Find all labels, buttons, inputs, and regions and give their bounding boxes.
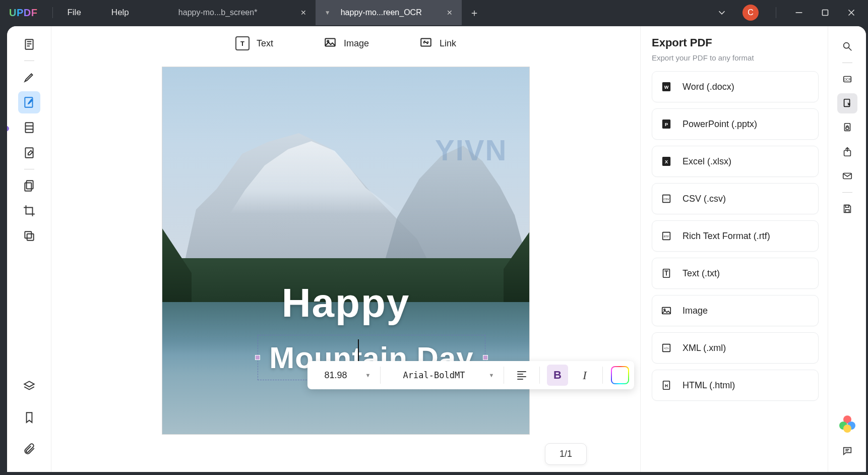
- edit-tool[interactable]: [18, 91, 40, 113]
- close-icon[interactable]: ✕: [300, 9, 306, 17]
- separator: [539, 367, 540, 384]
- user-avatar[interactable]: C: [742, 5, 759, 21]
- pages-icon: [23, 121, 36, 134]
- window-close[interactable]: [839, 0, 864, 25]
- dropdown-button[interactable]: [709, 0, 734, 25]
- export-icon: [842, 98, 853, 109]
- export-option-label: Text (.txt): [683, 268, 720, 279]
- font-size-input[interactable]: [313, 366, 359, 385]
- share-button[interactable]: [837, 142, 857, 162]
- compare-tool[interactable]: [18, 225, 40, 247]
- titlebar: UPDF File Help happy-mo...b_screen* ✕ ▼ …: [0, 0, 868, 25]
- crop-icon: [23, 204, 36, 217]
- separator: [24, 169, 34, 169]
- file-type-icon: </>: [660, 341, 672, 354]
- file-type-icon: H: [660, 379, 672, 392]
- close-icon[interactable]: ✕: [447, 9, 453, 17]
- comments-button[interactable]: [837, 441, 857, 461]
- export-option-label: HTML (.html): [683, 380, 735, 391]
- export-option[interactable]: XExcel (.xlsx): [652, 146, 819, 177]
- svg-text:W: W: [664, 85, 669, 90]
- link-mode-icon: [419, 36, 432, 51]
- file-type-icon: P: [660, 117, 672, 131]
- export-option[interactable]: PPowerPoint (.pptx): [652, 108, 819, 140]
- ocr-button[interactable]: OCR: [837, 69, 857, 89]
- resize-handle-right[interactable]: [483, 355, 488, 360]
- export-option[interactable]: CSVCSV (.csv): [652, 183, 819, 214]
- organize-tool[interactable]: [18, 116, 40, 139]
- page-icon: [23, 38, 36, 51]
- window-minimize[interactable]: [786, 0, 812, 25]
- paperclip-icon: [23, 442, 36, 455]
- watermark-text: YIVN: [435, 133, 507, 167]
- export-button[interactable]: [837, 93, 857, 113]
- svg-text:CSV: CSV: [663, 198, 669, 201]
- form-page-icon: [23, 146, 36, 159]
- font-family-input[interactable]: [386, 366, 482, 385]
- export-option[interactable]: Image: [652, 295, 819, 326]
- form-tool[interactable]: [18, 142, 40, 164]
- font-family-dropdown[interactable]: ▼: [484, 366, 499, 385]
- copy-pages-tool[interactable]: [18, 174, 40, 197]
- export-option-label: CSV (.csv): [683, 194, 726, 204]
- svg-rect-48: [845, 210, 849, 213]
- chevron-down-icon[interactable]: ▼: [325, 9, 331, 16]
- add-tab-button[interactable]: ＋: [462, 0, 487, 25]
- lock-page-icon: [842, 122, 853, 133]
- document-tab-inactive[interactable]: happy-mo...b_screen* ✕: [169, 0, 316, 25]
- annotate-tool[interactable]: [18, 66, 40, 88]
- mail-icon: [842, 170, 853, 182]
- page-canvas[interactable]: YIVN Happy Mountain Day: [51, 61, 640, 472]
- attachment-button[interactable]: [18, 438, 40, 460]
- window-maximize[interactable]: [813, 0, 838, 25]
- svg-rect-42: [844, 99, 849, 107]
- page-text-line1[interactable]: Happy: [282, 280, 410, 326]
- text-format-toolbar: ▼ ▼ B I: [307, 361, 634, 389]
- export-option[interactable]: HHTML (.html): [652, 370, 819, 401]
- left-tool-rail: [7, 26, 51, 472]
- svg-rect-18: [325, 38, 335, 46]
- separator: [842, 192, 852, 193]
- export-option[interactable]: RTFRich Text Format (.rtf): [652, 220, 819, 252]
- svg-text:P: P: [665, 122, 668, 127]
- email-button[interactable]: [837, 166, 857, 186]
- svg-point-38: [843, 43, 849, 48]
- mode-image[interactable]: Image: [324, 36, 369, 51]
- export-option-label: Image: [683, 306, 708, 316]
- reader-tool[interactable]: [18, 33, 40, 55]
- menu-help[interactable]: Help: [106, 5, 134, 21]
- export-option[interactable]: </>XML (.xml): [652, 332, 819, 364]
- file-type-icon: W: [660, 80, 672, 93]
- right-tool-rail: OCR: [828, 26, 866, 472]
- bookmark-button[interactable]: [18, 406, 40, 429]
- search-button[interactable]: [837, 36, 857, 56]
- ai-assistant-button[interactable]: [839, 415, 855, 432]
- layers-button[interactable]: [18, 375, 40, 397]
- svg-text:H: H: [665, 384, 668, 388]
- resize-handle-left[interactable]: [255, 355, 260, 360]
- save-icon: [842, 203, 853, 214]
- save-button[interactable]: [837, 199, 857, 219]
- svg-rect-9: [25, 123, 33, 133]
- bold-button[interactable]: B: [547, 365, 568, 386]
- font-size-dropdown[interactable]: ▼: [361, 366, 375, 385]
- font-color-button[interactable]: [611, 366, 629, 384]
- mode-text[interactable]: T Text: [235, 36, 273, 50]
- menu-file[interactable]: File: [62, 5, 86, 21]
- document-tab-active[interactable]: ▼ happy-mo...reen_OCR ✕: [316, 0, 462, 25]
- page-counter[interactable]: 1/1: [545, 443, 587, 465]
- export-subtitle: Export your PDF to any format: [652, 53, 819, 62]
- export-option[interactable]: Text (.txt): [652, 258, 819, 289]
- protect-button[interactable]: [837, 117, 857, 138]
- export-option[interactable]: WWord (.docx): [652, 71, 819, 102]
- italic-button[interactable]: I: [574, 365, 595, 386]
- app-logo[interactable]: UPDF: [9, 7, 37, 19]
- separator: [380, 367, 381, 384]
- mode-link[interactable]: Link: [419, 36, 456, 51]
- align-button[interactable]: [511, 365, 532, 386]
- image-mode-icon: [324, 36, 337, 51]
- app-body: T Text Image Link: [7, 26, 866, 472]
- export-option-label: Rich Text Format (.rtf): [683, 231, 770, 242]
- crop-tool[interactable]: [18, 200, 40, 222]
- svg-text:OCR: OCR: [843, 78, 851, 81]
